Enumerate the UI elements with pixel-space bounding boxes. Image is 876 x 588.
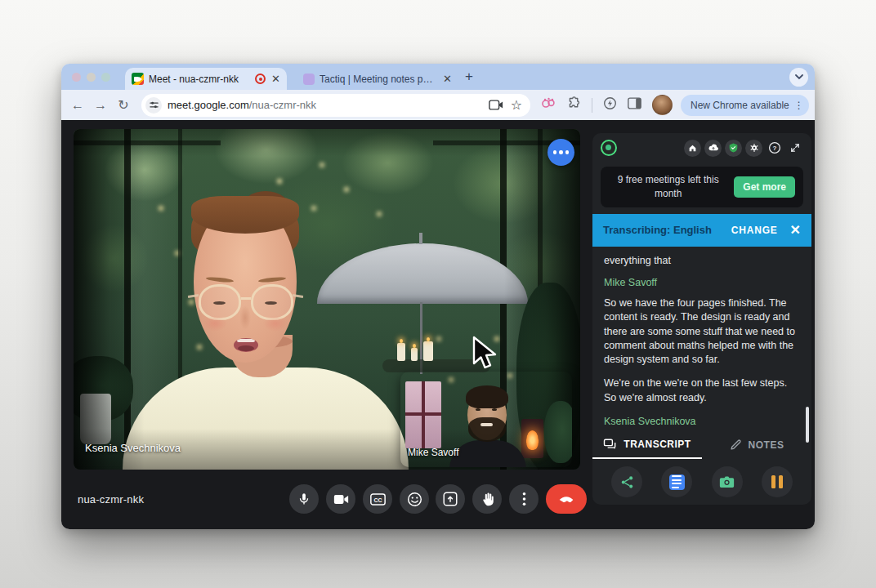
mac-close-button[interactable]	[72, 73, 81, 82]
collapse-panel-icon[interactable]	[786, 140, 803, 157]
profile-avatar[interactable]	[652, 95, 673, 115]
raise-hand-button[interactable]	[472, 484, 502, 514]
transcribing-label: Transcribing: English	[603, 224, 731, 236]
beard	[468, 417, 506, 442]
help-glyph: ?	[772, 145, 776, 152]
extension-icon-ring[interactable]	[603, 96, 617, 114]
reload-button[interactable]: ↻	[112, 97, 135, 113]
close-transcribing-icon[interactable]: ✕	[790, 222, 801, 238]
side-panel-icon[interactable]	[628, 97, 641, 113]
end-call-button[interactable]	[546, 484, 587, 514]
tab-notes[interactable]: NOTES	[702, 430, 811, 459]
new-tab-button[interactable]: +	[465, 69, 473, 85]
home-icon[interactable]	[684, 140, 701, 157]
cloud-upload-icon[interactable]	[704, 140, 722, 157]
transcript-speaker: Mike Savoff	[604, 276, 800, 290]
change-language-button[interactable]: CHANGE	[731, 225, 778, 236]
desktop: Meet - nua-czmr-nkk ✕ Tactiq | Meeting n…	[0, 0, 876, 588]
fireplace	[521, 419, 543, 458]
free-meetings-text: 9 free meetings left this month	[609, 173, 727, 201]
pip-window	[405, 381, 441, 448]
tab-strip: Meet - nua-czmr-nkk ✕ Tactiq | Meeting n…	[61, 64, 815, 90]
eyebrow	[474, 404, 483, 407]
pip-hair	[466, 385, 508, 408]
transcript-text: So we have the four pages finished. The …	[604, 296, 800, 367]
tab-close-icon[interactable]: ✕	[443, 74, 452, 84]
recording-indicator-icon	[255, 74, 266, 84]
tactiq-favicon	[303, 74, 315, 85]
scrollbar-thumb[interactable]	[806, 407, 809, 443]
tab-transcript-label: TRANSCRIPT	[623, 439, 691, 450]
eyebrow	[490, 404, 499, 407]
chrome-update-button[interactable]: New Chrome available ⋮	[681, 95, 809, 116]
transcript-text: We're on the we're on the last few steps…	[604, 376, 800, 405]
google-docs-button[interactable]	[661, 466, 692, 497]
extensions-puzzle-icon[interactable]	[567, 96, 581, 114]
get-more-button[interactable]: Get more	[734, 176, 795, 198]
extensions-row	[541, 95, 673, 115]
url-path: /nua-czmr-nkk	[249, 99, 316, 111]
tab-search-chevron-icon[interactable]	[789, 68, 808, 87]
tab-tactiq[interactable]: Tactiq | Meeting notes power ✕	[297, 68, 458, 90]
tab-title: Tactiq | Meeting notes power	[320, 74, 438, 85]
chrome-update-label: New Chrome available	[691, 100, 789, 111]
participant-name-label: Ksenia Svechnikova	[85, 442, 181, 454]
bookmark-star-icon[interactable]: ☆	[511, 97, 522, 113]
pause-recording-button[interactable]	[762, 466, 793, 497]
camera-button[interactable]	[326, 484, 355, 514]
microphone-button[interactable]	[289, 484, 319, 514]
mac-minimize-button[interactable]	[87, 73, 96, 82]
help-icon[interactable]: ?	[766, 140, 783, 157]
tab-camera-icon[interactable]	[489, 100, 503, 110]
url-host: meet.google.com	[168, 99, 249, 111]
share-button[interactable]	[611, 466, 642, 497]
address-bar[interactable]: meet.google.com/nua-czmr-nkk ☆	[141, 94, 530, 117]
meet-favicon	[132, 73, 144, 85]
cc-glyph: CC	[373, 497, 382, 502]
tactiq-floating-bubble[interactable]	[548, 139, 574, 166]
main-video-tile[interactable]: Ksenia Svechnikova Mike Savoff	[74, 129, 580, 470]
more-options-button[interactable]	[509, 484, 539, 514]
mac-maximize-button[interactable]	[101, 73, 110, 82]
transcribing-bar: Transcribing: English CHANGE ✕	[592, 214, 811, 247]
chat-bubbles-icon	[603, 439, 617, 450]
tab-meet[interactable]: Meet - nua-czmr-nkk ✕	[125, 68, 287, 90]
pip-name-label: Mike Savoff	[408, 447, 458, 458]
eye	[476, 408, 480, 411]
toolbar-separator	[592, 98, 592, 113]
browser-window: Meet - nua-czmr-nkk ✕ Tactiq | Meeting n…	[61, 64, 815, 529]
pencil-icon	[730, 439, 742, 451]
extension-icon-pink[interactable]	[541, 97, 556, 113]
mouse-cursor	[472, 336, 499, 373]
tactiq-tabs: TRANSCRIPT NOTES	[592, 430, 811, 459]
pip-video-tile[interactable]: Mike Savoff	[400, 372, 572, 467]
site-info-icon[interactable]	[145, 97, 162, 114]
google-docs-icon	[669, 474, 685, 490]
transcript-panel[interactable]: everything that Mike Savoff So we have t…	[592, 247, 811, 430]
eye	[492, 408, 497, 411]
tactiq-sidebar: ? 9 free meetings left this month Get mo…	[592, 133, 811, 505]
meeting-code: nua-czmr-nkk	[78, 493, 144, 506]
captions-button[interactable]: CC	[363, 484, 392, 514]
url-text: meet.google.com/nua-czmr-nkk	[168, 99, 481, 111]
reactions-button[interactable]	[400, 484, 429, 514]
tab-title: Meet - nua-czmr-nkk	[149, 74, 250, 85]
browser-menu-icon[interactable]: ⋮	[794, 100, 804, 111]
transcript-speaker: Ksenia Svechnikova	[604, 415, 800, 429]
tab-transcript[interactable]: TRANSCRIPT	[592, 430, 702, 459]
transcript-text: everything that	[604, 254, 800, 268]
tab-close-icon[interactable]: ✕	[271, 74, 280, 84]
tactiq-logo-icon	[601, 140, 617, 156]
settings-gear-icon[interactable]	[745, 140, 762, 157]
pip-shirt	[449, 440, 526, 467]
screenshot-button[interactable]	[712, 466, 743, 497]
browser-toolbar: ← → ↻ meet.google.com/nua-czmr-nkk ☆	[61, 90, 815, 120]
privacy-shield-icon[interactable]	[725, 140, 742, 157]
tactiq-action-bar	[592, 459, 811, 505]
tactiq-header: ?	[592, 133, 811, 163]
present-screen-button[interactable]	[436, 484, 465, 514]
forward-button[interactable]: →	[89, 98, 112, 113]
mouth	[480, 423, 493, 426]
back-button[interactable]: ←	[66, 98, 89, 113]
meet-page: Ksenia Svechnikova Mike Savoff	[61, 120, 815, 529]
